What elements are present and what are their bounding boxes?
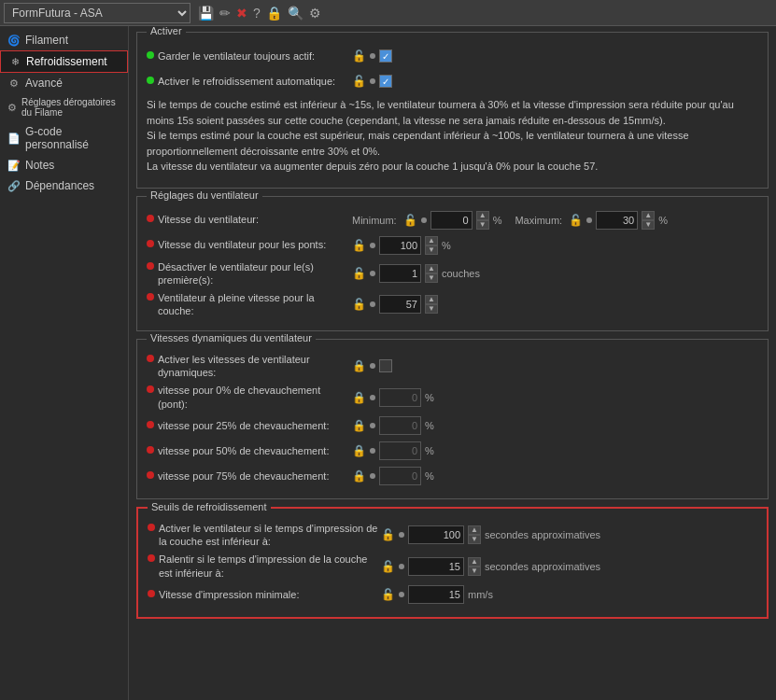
desactiver-input[interactable] — [379, 264, 421, 283]
75-chev-bullet — [370, 473, 375, 479]
activer-refroid-checkbox[interactable]: ✓ — [379, 75, 392, 88]
50-chev-bullet — [370, 448, 375, 454]
row-75-chevauchement: vitesse pour 75% de chevauchement: 🔒 % — [147, 466, 758, 486]
min-input[interactable] — [430, 211, 473, 230]
pleine-input[interactable] — [379, 295, 421, 314]
avance-icon: ⚙ — [7, 77, 21, 90]
garder-checkbox[interactable]: ✓ — [379, 49, 392, 63]
section-seuils-title: Seuils de refroidissement — [148, 501, 271, 512]
max-lock[interactable]: 🔓 — [569, 214, 583, 227]
section-reglages-title: Réglages du ventilateur — [147, 189, 262, 201]
25-chev-label: vitesse pour 25% de chevauchement: — [147, 419, 352, 432]
zero-chev-lock[interactable]: 🔒 — [352, 391, 366, 404]
25-chev-bullet — [370, 423, 375, 428]
50-chev-input[interactable] — [379, 441, 421, 460]
seuils-ralentir-spin-down[interactable]: ▼ — [468, 567, 481, 576]
75-chev-label: vitesse pour 75% de chevauchement: — [147, 469, 352, 483]
sidebar: 🌀 Filament ❄ Refroidissement ⚙ Avancé ⚙ … — [0, 26, 129, 700]
sidebar-item-filament[interactable]: 🌀 Filament — [0, 30, 128, 50]
dependances-icon: 🔗 — [7, 179, 21, 192]
50-chev-dot — [147, 446, 154, 454]
sidebar-label-notes: Notes — [25, 159, 54, 172]
section-activer: Activer Garder le ventilateur toujours a… — [136, 32, 769, 189]
seuils-ralentir-lock[interactable]: 🔓 — [381, 560, 395, 573]
sidebar-label-gcode: G-code personnalisé — [25, 125, 120, 151]
row-seuils-vitesse: Vitesse d'impression minimale: 🔓 mm/s — [148, 584, 757, 605]
seuils-ralentir-spin[interactable]: ▲ ▼ — [468, 557, 481, 576]
activer-dyn-checkbox[interactable] — [379, 359, 392, 372]
lock-icon[interactable]: 🔒 — [266, 6, 282, 21]
max-spin-up[interactable]: ▲ — [642, 211, 655, 220]
pleine-label: Ventilateur à pleine vitesse pour la cou… — [147, 291, 352, 318]
garder-lock[interactable]: 🔓 — [352, 49, 366, 63]
seuils-activer-input[interactable] — [408, 525, 464, 544]
ponts-spin-up[interactable]: ▲ — [425, 236, 438, 245]
seuils-ralentir-input[interactable] — [408, 557, 464, 576]
ponts-spin[interactable]: ▲ ▼ — [425, 236, 438, 255]
activer-dynamiques-label: Activer les vitesses de ventilateur dyna… — [147, 353, 352, 380]
75-chev-input[interactable] — [379, 467, 421, 485]
seuils-vitesse-bullet — [399, 592, 404, 597]
max-spin-down[interactable]: ▼ — [642, 220, 655, 230]
pleine-spin-up[interactable]: ▲ — [425, 295, 438, 304]
desactiver-spin-down[interactable]: ▼ — [425, 273, 438, 283]
section-vitesses-dynamiques: Vitesses dynamiques du ventilateur Activ… — [136, 339, 769, 499]
seuils-activer-spin[interactable]: ▲ ▼ — [468, 525, 481, 544]
sidebar-item-gcode[interactable]: 📄 G-code personnalisé — [0, 121, 128, 155]
seuils-activer-lock[interactable]: 🔓 — [381, 528, 395, 541]
desactiver-spin-up[interactable]: ▲ — [425, 264, 438, 273]
seuils-activer-label: Activer le ventilateur si le temps d'imp… — [148, 522, 381, 549]
seuils-activer-spin-down[interactable]: ▼ — [468, 535, 481, 544]
profile-dropdown[interactable]: FormFutura - ASA — [4, 3, 190, 23]
75-chev-lock[interactable]: 🔒 — [352, 469, 366, 483]
seuils-ralentir-spin-up[interactable]: ▲ — [468, 557, 481, 567]
row-activer-dynamiques: Activer les vitesses de ventilateur dyna… — [147, 353, 758, 380]
25-chev-lock[interactable]: 🔒 — [352, 419, 366, 432]
ponts-spin-down[interactable]: ▼ — [425, 245, 438, 255]
pleine-spin[interactable]: ▲ ▼ — [425, 295, 438, 314]
zero-chev-dot — [147, 385, 154, 393]
activer-dyn-bullet — [370, 363, 375, 369]
sidebar-item-reglages[interactable]: ⚙ Réglages dérogatoires du Filame — [0, 93, 128, 121]
50-chev-lock[interactable]: 🔒 — [352, 444, 366, 457]
section-seuils: Seuils de refroidissement Activer le ven… — [136, 507, 769, 619]
sidebar-item-refroidissement[interactable]: ❄ Refroidissement — [0, 50, 128, 73]
ponts-lock[interactable]: 🔓 — [352, 239, 366, 252]
pleine-spin-down[interactable]: ▼ — [425, 304, 438, 314]
75-chev-controls: 🔒 % — [352, 467, 434, 485]
save-icon[interactable]: 💾 — [198, 6, 214, 21]
seuils-vitesse-input[interactable] — [408, 585, 464, 604]
zero-chev-label: vitesse pour 0% de chevauchement (pont): — [147, 384, 352, 411]
seuils-activer-dot — [148, 524, 155, 531]
activer-dyn-lock[interactable]: 🔒 — [352, 359, 366, 372]
sidebar-item-notes[interactable]: 📝 Notes — [0, 155, 128, 175]
pleine-lock[interactable]: 🔓 — [352, 298, 366, 311]
max-spin[interactable]: ▲ ▼ — [642, 211, 655, 230]
row-ponts: Vitesse du ventilateur pour les ponts: 🔓… — [147, 235, 758, 256]
sidebar-item-dependances[interactable]: 🔗 Dépendances — [0, 175, 128, 196]
max-input[interactable] — [596, 211, 638, 230]
activer-refroid-lock[interactable]: 🔓 — [352, 75, 366, 88]
min-spin-up[interactable]: ▲ — [476, 211, 489, 220]
section-reglages-ventilateur: Réglages du ventilateur Vitesse du venti… — [136, 196, 769, 331]
seuils-activer-spin-up[interactable]: ▲ — [468, 525, 481, 535]
50-chev-controls: 🔒 % — [352, 441, 434, 460]
sidebar-item-avance[interactable]: ⚙ Avancé — [0, 73, 128, 93]
search-icon[interactable]: 🔍 — [288, 6, 303, 21]
25-chev-input[interactable] — [379, 416, 421, 435]
ponts-input[interactable] — [379, 236, 421, 255]
settings-icon[interactable]: ⚙ — [309, 6, 321, 21]
desactiver-lock[interactable]: 🔓 — [352, 267, 366, 280]
help-icon[interactable]: ? — [253, 6, 261, 21]
min-spin[interactable]: ▲ ▼ — [476, 211, 489, 230]
seuils-vitesse-lock[interactable]: 🔓 — [381, 588, 395, 601]
close-icon[interactable]: ✖ — [236, 6, 247, 21]
zero-chev-input[interactable] — [379, 388, 421, 407]
row-garder: Garder le ventilateur toujours actif: 🔓 … — [147, 46, 758, 66]
row-pleine: Ventilateur à pleine vitesse pour la cou… — [147, 291, 758, 318]
min-lock[interactable]: 🔓 — [403, 214, 417, 227]
desactiver-spin[interactable]: ▲ ▼ — [425, 264, 438, 283]
desactiver-bullet — [370, 271, 375, 276]
min-spin-down[interactable]: ▼ — [476, 220, 489, 230]
edit-icon[interactable]: ✏ — [219, 6, 231, 21]
